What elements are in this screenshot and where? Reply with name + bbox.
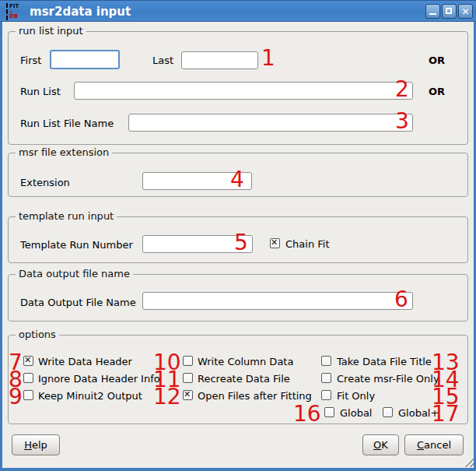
fit-only-label: Fit Only	[337, 390, 375, 402]
check-mark-icon: ✕	[271, 237, 279, 248]
keep-minuit2-output-checkbox[interactable]	[23, 390, 33, 400]
global-checkbox[interactable]	[324, 407, 334, 417]
annotation-6: 6	[394, 291, 408, 308]
annotation-1: 1	[261, 50, 275, 67]
extension-label: Extension	[20, 177, 70, 188]
cancel-button-accel: C	[417, 439, 424, 451]
titlebar[interactable]: FIT + DB msr2data input ✕	[0, 0, 476, 22]
minimize-button[interactable]	[425, 4, 440, 19]
group-title-template-run-input: template run input	[16, 211, 117, 222]
maximize-icon	[446, 8, 452, 14]
keep-minuit2-output-label: Keep Minuit2 Output	[38, 390, 142, 402]
run-list-input[interactable]	[74, 82, 413, 100]
app-icon-db-text: DB	[9, 14, 26, 19]
run-list-label: Run List	[20, 86, 61, 97]
app-icon: FIT + DB	[6, 3, 26, 20]
write-column-data-label: Write Column Data	[198, 356, 293, 367]
chain-fit-checkbox[interactable]: ✕	[270, 238, 280, 248]
window-border-bottom	[0, 468, 476, 471]
ignore-data-header-info-label: Ignore Data Header Info	[38, 373, 160, 385]
minimize-icon	[429, 13, 436, 15]
annotation-3: 3	[395, 113, 409, 130]
write-column-data-checkbox[interactable]	[183, 356, 193, 366]
group-title-msr-file-extension: msr file extension	[16, 147, 112, 158]
last-input[interactable]	[181, 51, 258, 69]
check-mark-icon: ✕	[24, 355, 33, 365]
recreate-data-file-label: Recreate Data File	[198, 373, 290, 385]
ok-button-accel: O	[373, 439, 381, 451]
global-label: Global	[340, 407, 372, 419]
ok-button[interactable]: OK	[362, 434, 399, 455]
take-data-file-title-checkbox[interactable]	[321, 356, 331, 366]
open-files-after-fitting-label: Open Files after Fitting	[198, 390, 312, 402]
check-mark-icon: ✕	[184, 389, 192, 399]
last-label: Last	[152, 54, 173, 66]
resize-grip-icon[interactable]	[463, 456, 474, 467]
annotation-12: 12	[153, 388, 181, 406]
fit-only-checkbox[interactable]	[321, 390, 331, 400]
or-label-first: OR	[429, 54, 445, 66]
window-title: msr2data input	[30, 1, 131, 23]
create-msr-file-only-label: Create msr-File Only	[337, 373, 439, 385]
write-data-header-checkbox[interactable]: ✕	[23, 356, 33, 366]
window-border-left	[0, 22, 2, 471]
group-title-data-output-file-name: Data output file name	[16, 269, 133, 279]
annotation-17: 17	[432, 406, 460, 423]
run-list-file-name-input[interactable]	[128, 114, 413, 132]
help-button-accel: H	[24, 439, 32, 451]
close-icon: ✕	[459, 5, 472, 18]
take-data-file-title-label: Take Data File Title	[337, 356, 432, 367]
first-label: First	[20, 54, 41, 66]
template-run-number-label: Template Run Number	[20, 239, 133, 251]
open-files-after-fitting-checkbox[interactable]: ✕	[183, 390, 193, 400]
msr2data-dialog: FIT + DB msr2data input ✕ run list input…	[0, 0, 476, 471]
cancel-button[interactable]: Cancel	[404, 434, 464, 455]
window-controls: ✕	[425, 4, 473, 19]
write-data-header-label: Write Data Header	[38, 356, 132, 367]
create-msr-file-only-checkbox[interactable]	[321, 373, 331, 383]
global-plus-checkbox[interactable]	[383, 407, 393, 417]
data-output-file-name-label: Data Output File Name	[20, 297, 136, 308]
group-title-options: options	[16, 329, 59, 340]
data-output-file-name-input[interactable]	[142, 292, 413, 310]
first-input[interactable]	[50, 50, 120, 69]
help-button[interactable]: Help	[12, 434, 60, 455]
chain-fit-label: Chain Fit	[285, 238, 330, 250]
close-button[interactable]: ✕	[458, 4, 473, 19]
annotation-16: 16	[293, 406, 321, 423]
or-label-second: OR	[429, 86, 445, 97]
recreate-data-file-checkbox[interactable]	[183, 373, 193, 383]
annotation-5: 5	[234, 234, 248, 251]
annotation-2: 2	[395, 81, 409, 98]
help-button-rest: elp	[32, 439, 47, 451]
ok-button-rest: K	[381, 439, 388, 451]
group-title-run-list-input: run list input	[16, 26, 86, 37]
annotation-9: 9	[9, 388, 23, 406]
run-list-file-name-label: Run List File Name	[20, 118, 114, 129]
ignore-data-header-info-checkbox[interactable]	[23, 373, 33, 383]
maximize-button[interactable]	[442, 4, 457, 19]
annotation-4: 4	[230, 171, 244, 188]
cancel-button-rest: ancel	[424, 439, 451, 451]
